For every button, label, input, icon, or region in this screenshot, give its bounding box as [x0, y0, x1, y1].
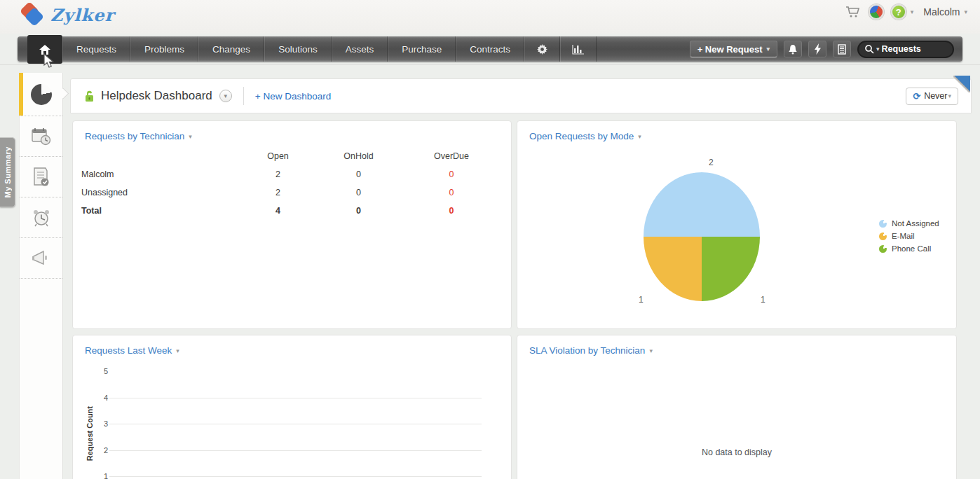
row-label-total: Total — [81, 206, 238, 216]
global-search[interactable]: ▾ — [857, 41, 954, 58]
sidebar-item-approvals[interactable] — [20, 157, 62, 197]
cell-open[interactable]: 2 — [238, 169, 318, 179]
help-caret-icon[interactable]: ▾ — [911, 8, 914, 15]
refresh-dropdown[interactable]: ⟳ Never ▾ — [906, 88, 958, 105]
pie-chart[interactable] — [644, 172, 760, 301]
user-caret-icon[interactable]: ▾ — [964, 8, 967, 15]
cell-open[interactable]: 2 — [238, 188, 318, 197]
cell-onhold[interactable]: 0 — [318, 169, 399, 179]
panel-sla-violation: SLA Violation by Technician ▾ No data to… — [517, 335, 957, 479]
screen: Zylker ? ▾ Malcolm ▾ Requests Problems C… — [0, 0, 980, 479]
panel-title-dropdown[interactable]: Open Requests by Mode ▾ — [517, 121, 956, 141]
sidebar-item-announcements[interactable] — [20, 238, 62, 279]
panel-caret-icon: ▾ — [176, 347, 179, 354]
unlocked-icon — [83, 90, 95, 103]
tab-settings[interactable] — [524, 36, 560, 62]
dashboard-pie-icon — [31, 84, 52, 105]
refresh-icon: ⟳ — [913, 91, 920, 102]
new-request-button[interactable]: + New Request▾ — [690, 41, 777, 57]
legend-pie-icon — [879, 232, 887, 240]
pie-value-label: 1 — [761, 295, 765, 305]
tab-reports[interactable] — [560, 36, 597, 62]
tab-contracts[interactable]: Contracts — [456, 36, 524, 62]
legend-item[interactable]: Not Assigned — [879, 219, 939, 228]
row-label[interactable]: Malcolm — [81, 169, 238, 179]
quick-actions-button[interactable] — [808, 41, 826, 57]
new-dashboard-link[interactable]: + New Dashboard — [255, 91, 331, 102]
gridline — [109, 476, 482, 477]
y-tick: 1 — [97, 472, 108, 479]
topbar: Zylker ? ▾ Malcolm ▾ — [0, 0, 980, 34]
legend-item[interactable]: Phone Call — [879, 244, 939, 253]
cell-overdue[interactable]: 0 — [399, 169, 504, 179]
tab-solutions[interactable]: Solutions — [264, 36, 332, 62]
tasks-button[interactable] — [833, 41, 851, 57]
panel-open-requests-by-mode: Open Requests by Mode ▾ 2 1 1 Not Assign… — [517, 120, 957, 329]
cart-icon[interactable] — [845, 5, 862, 19]
sidebar — [19, 73, 63, 479]
technician-table: Open OnHold OverDue Malcolm 2 0 0 Unassi… — [73, 143, 511, 216]
help-icon[interactable]: ? — [891, 4, 906, 20]
cell-open-total[interactable]: 4 — [238, 206, 318, 216]
alarm-clock-icon — [31, 207, 52, 228]
sidebar-item-dashboard[interactable] — [20, 73, 62, 116]
logo-text: Zylker — [50, 5, 114, 25]
document-check-icon — [32, 167, 51, 188]
dashboard-title: Helpdesk Dashboard — [101, 89, 212, 103]
main-nav: Requests Problems Changes Solutions Asse… — [18, 36, 962, 62]
col-header: OverDue — [399, 151, 504, 161]
gridline — [109, 424, 482, 424]
panel-title-dropdown[interactable]: Requests by Technician ▾ — [73, 121, 511, 141]
apps-icon[interactable] — [869, 4, 884, 20]
sidebar-item-scheduler[interactable] — [20, 116, 62, 157]
legend-item[interactable]: E-Mail — [879, 232, 939, 240]
panel-title-dropdown[interactable]: SLA Violation by Technician ▾ — [517, 335, 956, 356]
tab-changes[interactable]: Changes — [198, 36, 264, 62]
gridline — [109, 398, 482, 398]
tab-purchase[interactable]: Purchase — [388, 36, 456, 62]
y-axis-label: Request Count — [83, 377, 97, 479]
my-summary-tab[interactable]: My Summary — [0, 137, 15, 207]
col-header: OnHold — [318, 151, 399, 161]
tab-problems[interactable]: Problems — [130, 36, 198, 62]
panel-requests-last-week: Requests Last Week ▾ Request Count 5 4 3… — [72, 335, 512, 479]
legend-pie-icon — [879, 245, 887, 253]
pie-legend: Not Assigned E-Mail Phone Call — [879, 219, 939, 253]
sidebar-item-reminders[interactable] — [20, 197, 62, 238]
y-tick: 3 — [97, 419, 108, 428]
zylker-logo-icon — [21, 3, 45, 27]
logo[interactable]: Zylker — [21, 3, 114, 27]
panel-requests-by-technician: Requests by Technician ▾ Open OnHold Ove… — [72, 120, 512, 329]
panel-caret-icon: ▾ — [189, 133, 192, 140]
tab-assets[interactable]: Assets — [332, 36, 388, 62]
mouse-cursor — [43, 53, 55, 69]
dashboard-header: Helpdesk Dashboard ▾ + New Dashboard ⟳ N… — [70, 78, 972, 113]
notifications-button[interactable] — [784, 41, 802, 57]
tab-requests[interactable]: Requests — [62, 36, 130, 62]
y-tick: 5 — [97, 367, 108, 375]
panel-title-dropdown[interactable]: Requests Last Week ▾ — [73, 335, 511, 356]
divider — [243, 87, 244, 105]
refresh-caret-icon: ▾ — [948, 92, 951, 99]
cell-overdue[interactable]: 0 — [399, 188, 504, 197]
search-icon — [864, 44, 874, 54]
row-label[interactable]: Unassigned — [81, 188, 238, 197]
corner-fold-ribbon[interactable] — [953, 76, 970, 92]
gridline — [109, 450, 482, 451]
user-menu[interactable]: Malcolm — [923, 6, 960, 18]
cell-onhold[interactable]: 0 — [318, 188, 399, 197]
col-header: Open — [238, 151, 318, 161]
bell-icon — [788, 44, 798, 55]
search-input[interactable] — [882, 44, 941, 54]
empty-state-text: No data to display — [517, 447, 956, 457]
dashboard-menu-button[interactable]: ▾ — [219, 90, 232, 102]
content-divider — [0, 64, 980, 65]
cell-overdue-total[interactable]: 0 — [399, 206, 504, 216]
legend-pie-icon — [879, 220, 887, 228]
y-tick: 2 — [97, 446, 108, 454]
search-scope-caret-icon[interactable]: ▾ — [876, 46, 880, 53]
active-indicator — [19, 73, 23, 116]
cell-onhold-total[interactable]: 0 — [318, 206, 399, 216]
megaphone-icon — [31, 249, 52, 268]
lightning-icon — [814, 43, 822, 55]
